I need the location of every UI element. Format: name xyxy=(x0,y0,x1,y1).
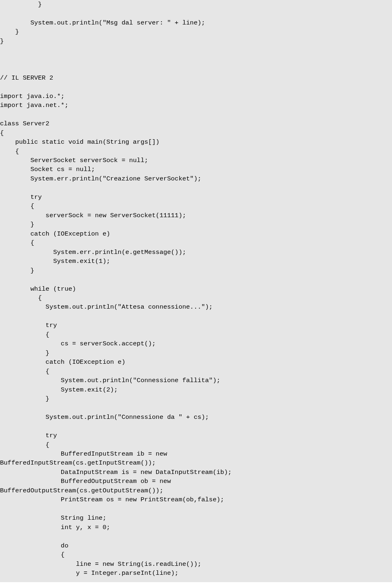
page-container: } System.out.println("Msg dal server: " … xyxy=(0,0,392,585)
page-number: 5 xyxy=(0,582,392,585)
code-block: } System.out.println("Msg dal server: " … xyxy=(0,0,392,582)
